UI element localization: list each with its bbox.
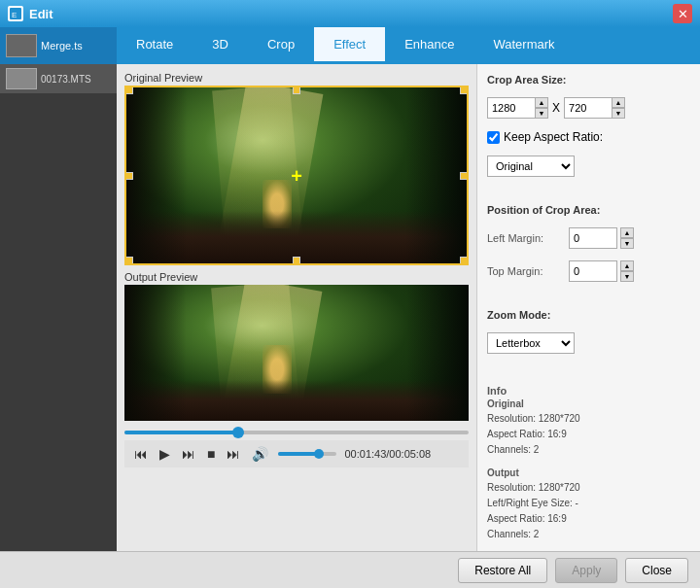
left-margin-input[interactable] [569, 227, 617, 249]
zoom-select[interactable]: Letterbox [487, 332, 575, 354]
apply-button[interactable]: Apply [555, 558, 617, 583]
tree-left [126, 87, 188, 263]
crop-width-down[interactable]: ▼ [535, 108, 548, 119]
seek-thumb[interactable] [232, 427, 244, 438]
x-separator: X [552, 101, 560, 115]
output-resolution: Resolution: 1280*720 [487, 480, 690, 496]
crop-height-spinner[interactable]: ▲ ▼ [612, 97, 625, 119]
zoom-select-row: Letterbox [487, 332, 690, 354]
restore-all-button[interactable]: Restore All [458, 558, 547, 583]
original-aspect: Aspect Ratio: 16:9 [487, 427, 690, 442]
volume-bar[interactable] [278, 452, 336, 456]
tab-watermark[interactable]: Watermark [473, 27, 574, 64]
sidebar-header: Merge.ts [0, 27, 117, 64]
zoom-mode-label: Zoom Mode: [487, 309, 690, 321]
tab-rotate[interactable]: Rotate [117, 27, 192, 64]
left-margin-row: Left Margin: ▲ ▼ [487, 227, 690, 249]
crop-handle-ml[interactable] [125, 172, 133, 180]
crop-width-spinner[interactable]: ▲ ▼ [535, 97, 548, 119]
playback-controls: ⏮ ▶ ⏭ ■ ⏭ 🔊 00:01:43/00:05:08 [124, 440, 469, 467]
original-preview-section: Original Preview + [124, 72, 469, 265]
crop-crosshair: + [291, 164, 302, 187]
output-video-frame [124, 285, 469, 421]
ratio-select[interactable]: Original [487, 156, 575, 177]
bottom-bar: Restore All Apply Close [0, 551, 700, 588]
volume-fill [278, 452, 319, 456]
crop-height-up[interactable]: ▲ [612, 97, 625, 108]
stop-button[interactable]: ■ [205, 444, 217, 464]
title-bar: E Edit ✕ [0, 0, 700, 27]
skip-forward-button[interactable]: ⏭ [225, 444, 242, 464]
keep-ratio-row: Keep Aspect Ratio: [487, 130, 690, 144]
crop-handle-bl[interactable] [125, 257, 133, 264]
output-info-label: Output [487, 467, 690, 478]
output-preview-label: Output Preview [124, 271, 469, 283]
output-channels: Channels: 2 [487, 527, 690, 542]
output-preview-video [124, 285, 469, 421]
crop-size-row: ▲ ▼ X ▲ ▼ [487, 97, 690, 119]
left-margin-spinner[interactable]: ▲ ▼ [620, 227, 634, 249]
out-tree-left [124, 285, 187, 421]
original-channels: Channels: 2 [487, 442, 690, 458]
left-margin-down[interactable]: ▼ [620, 238, 634, 249]
crop-area-size-label: Crop Area Size: [487, 74, 690, 86]
tab-enhance[interactable]: Enhance [385, 27, 473, 64]
app-icon: E [8, 6, 23, 21]
merge-thumb [6, 34, 37, 57]
seek-bar[interactable] [124, 431, 469, 434]
svg-text:E: E [12, 11, 17, 19]
tab-effect[interactable]: Effect [314, 27, 385, 64]
time-display: 00:01:43/00:05:08 [344, 448, 431, 460]
keep-ratio-checkbox[interactable] [487, 131, 500, 144]
tree-right [405, 87, 467, 263]
top-margin-label: Top Margin: [487, 265, 565, 277]
left-margin-label: Left Margin: [487, 232, 565, 244]
close-button[interactable]: Close [625, 558, 688, 583]
crop-height-input[interactable] [564, 97, 612, 119]
crop-handle-bc[interactable] [293, 257, 300, 264]
keep-ratio-label: Keep Aspect Ratio: [504, 130, 603, 144]
top-margin-down[interactable]: ▼ [620, 271, 634, 282]
left-margin-up[interactable]: ▲ [620, 227, 634, 238]
original-preview-video: + [124, 86, 469, 265]
volume-thumb[interactable] [314, 449, 324, 459]
close-window-button[interactable]: ✕ [673, 4, 692, 23]
sidebar-item-file[interactable]: 00173.MTS [0, 64, 117, 93]
crop-width-input[interactable] [487, 97, 536, 119]
file-thumbnail [6, 68, 37, 89]
top-margin-up[interactable]: ▲ [620, 260, 634, 271]
original-preview-label: Original Preview [124, 72, 469, 84]
crop-handle-br[interactable] [460, 257, 468, 264]
top-margin-input[interactable] [569, 260, 617, 282]
top-margin-spinner[interactable]: ▲ ▼ [620, 260, 634, 282]
step-forward-button[interactable]: ⏭ [180, 444, 197, 464]
window-title: Edit [29, 7, 53, 21]
original-resolution: Resolution: 1280*720 [487, 411, 690, 427]
skip-back-button[interactable]: ⏮ [132, 444, 150, 464]
volume-icon: 🔊 [250, 444, 270, 464]
crop-height-down[interactable]: ▼ [612, 108, 625, 119]
play-button[interactable]: ▶ [158, 444, 172, 464]
tab-crop[interactable]: Crop [248, 27, 314, 64]
output-aspect: Aspect Ratio: 16:9 [487, 511, 690, 527]
output-preview-section: Output Preview [124, 271, 469, 421]
top-margin-row: Top Margin: ▲ ▼ [487, 260, 690, 282]
position-label: Position of Crop Area: [487, 204, 690, 216]
info-title: Info [487, 385, 690, 397]
crop-handle-tc[interactable] [293, 86, 300, 94]
merge-label: Merge.ts [41, 40, 83, 52]
original-info-label: Original [487, 398, 690, 409]
crop-handle-tl[interactable] [125, 86, 133, 94]
crop-handle-tr[interactable] [460, 86, 468, 94]
output-eye-size: Left/Right Eye Size: - [487, 496, 690, 511]
info-section: Info Original Resolution: 1280*720 Aspec… [487, 385, 690, 542]
crop-handle-mr[interactable] [460, 172, 468, 180]
ratio-select-row: Original [487, 156, 690, 177]
info-spacer [487, 458, 690, 466]
file-label: 00173.MTS [41, 74, 91, 85]
crop-width-up[interactable]: ▲ [535, 97, 548, 108]
left-sidebar: 00173.MTS [0, 64, 117, 551]
tab-3d[interactable]: 3D [192, 27, 248, 64]
tabs-bar: Merge.ts Rotate 3D Crop Effect Enhance W… [0, 27, 700, 64]
seek-bar-container [124, 427, 469, 434]
